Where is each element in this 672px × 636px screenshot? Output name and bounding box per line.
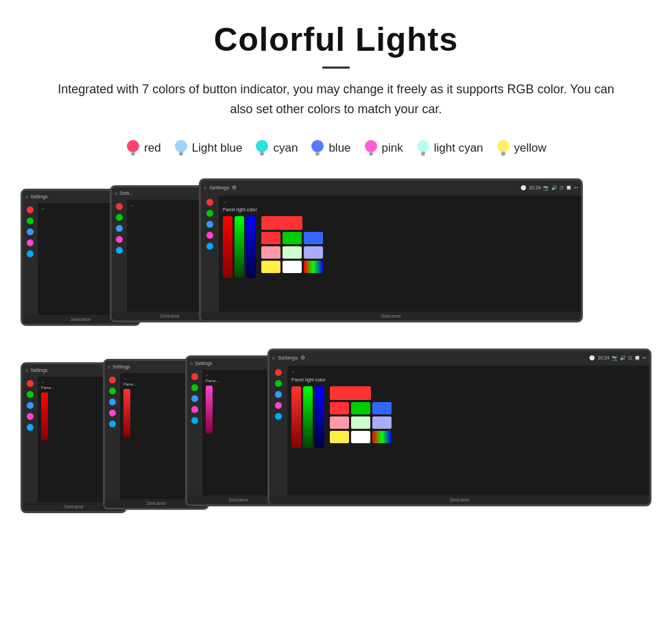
title-divider xyxy=(322,67,350,69)
svg-rect-13 xyxy=(369,152,373,154)
lightblue-bulb-icon xyxy=(173,139,189,158)
cyan-bulb-icon xyxy=(254,139,269,158)
color-sliders-bot xyxy=(291,386,324,448)
color-swatches-top xyxy=(261,216,323,278)
header-description: Integrated with 7 colors of button indic… xyxy=(55,80,617,119)
page-title: Colorful Lights xyxy=(27,21,645,58)
sidebar-dot-cyan xyxy=(27,250,34,257)
color-label-pink: pink xyxy=(382,141,403,155)
color-item-lightblue: Light blue xyxy=(173,139,243,158)
screen-sidebar-main-top xyxy=(201,196,219,311)
svg-rect-5 xyxy=(179,154,182,155)
color-swatches-bot xyxy=(330,386,392,448)
svg-rect-16 xyxy=(421,152,425,154)
screen-sidebar-bot2 xyxy=(105,373,120,499)
color-item-red: red xyxy=(125,139,161,158)
screen-sidebar-b xyxy=(112,200,127,311)
svg-point-3 xyxy=(175,140,187,152)
svg-point-18 xyxy=(497,140,509,152)
bottom-screens-group: ⌂ Settings ← Pane... xyxy=(21,349,651,520)
svg-rect-11 xyxy=(316,154,320,155)
screen-body-main-top: ← Panel light color xyxy=(201,196,581,311)
color-item-blue: blue xyxy=(310,139,350,158)
pink-bulb-icon xyxy=(363,139,379,158)
screen-content-main-top: ← Panel light color xyxy=(219,196,581,311)
svg-point-15 xyxy=(417,140,429,152)
screen-sidebar-bot1 xyxy=(23,377,38,502)
color-sliders-top xyxy=(223,216,256,278)
screen-topbar-bot-main: ⌂ Settings ⚙ 🕐 20:24 📷 🔊 ⊡ 🔲 ↩ xyxy=(269,351,649,366)
color-item-pink: pink xyxy=(363,139,403,158)
svg-rect-8 xyxy=(261,154,264,155)
svg-rect-2 xyxy=(132,154,135,155)
svg-point-6 xyxy=(256,140,268,152)
top-screens-group: ⌂ Settings ← Seicane xyxy=(21,178,651,329)
svg-rect-20 xyxy=(501,154,505,155)
svg-point-9 xyxy=(311,140,324,152)
lightcyan-bulb-icon xyxy=(416,139,431,158)
color-label-lightcyan: light cyan xyxy=(434,141,483,155)
screen-sidebar-bot3 xyxy=(187,370,202,495)
svg-point-12 xyxy=(365,140,377,152)
color-item-yellow: yellow xyxy=(496,139,547,158)
screen-body-bot-main: ← Panel light color xyxy=(269,366,649,495)
page-header: Colorful Lights Integrated with 7 colors… xyxy=(0,0,672,126)
svg-rect-4 xyxy=(179,152,183,154)
sidebar-dot-red xyxy=(27,207,34,213)
svg-rect-7 xyxy=(260,152,264,154)
watermark-bot-main: Seicane xyxy=(269,495,649,504)
sidebar-dot-pink xyxy=(27,239,34,246)
blue-bulb-icon xyxy=(310,139,325,158)
color-item-cyan: cyan xyxy=(254,139,298,158)
color-label-lightblue: Light blue xyxy=(192,141,243,155)
screen-card-main-top: ⌂ Settings ⚙ 🕐 20:24 📷 🔊 ⊡ 🔲 ↩ xyxy=(199,178,583,322)
svg-point-0 xyxy=(127,140,139,152)
color-label-yellow: yellow xyxy=(514,141,547,155)
color-label-cyan: cyan xyxy=(273,141,298,155)
svg-rect-17 xyxy=(421,154,424,155)
color-indicators-row: red Light blue cyan blue xyxy=(0,139,672,158)
color-item-lightcyan: light cyan xyxy=(416,139,483,158)
screen-card-bot-main: ⌂ Settings ⚙ 🕐 20:24 📷 🔊 ⊡ 🔲 ↩ xyxy=(267,349,651,506)
yellow-bulb-icon xyxy=(496,139,511,158)
screen-topbar-main-top: ⌂ Settings ⚙ 🕐 20:24 📷 🔊 ⊡ 🔲 ↩ xyxy=(201,180,581,196)
screen-sidebar-bot-main xyxy=(269,366,287,495)
watermark-main-top: Seicane xyxy=(201,311,581,320)
svg-rect-14 xyxy=(369,154,372,155)
svg-rect-10 xyxy=(315,152,320,154)
color-label-red: red xyxy=(144,141,161,155)
sidebar-dot-green xyxy=(27,217,34,224)
screenshots-section: ⌂ Settings ← Seicane xyxy=(0,165,672,534)
svg-rect-19 xyxy=(501,152,505,154)
sidebar-dot-blue xyxy=(27,228,34,235)
svg-rect-1 xyxy=(131,152,135,154)
screen-sidebar-a xyxy=(23,203,38,315)
screen-content-bot-main: ← Panel light color xyxy=(287,366,649,495)
color-label-blue: blue xyxy=(328,141,350,155)
red-bulb-icon xyxy=(125,139,141,158)
